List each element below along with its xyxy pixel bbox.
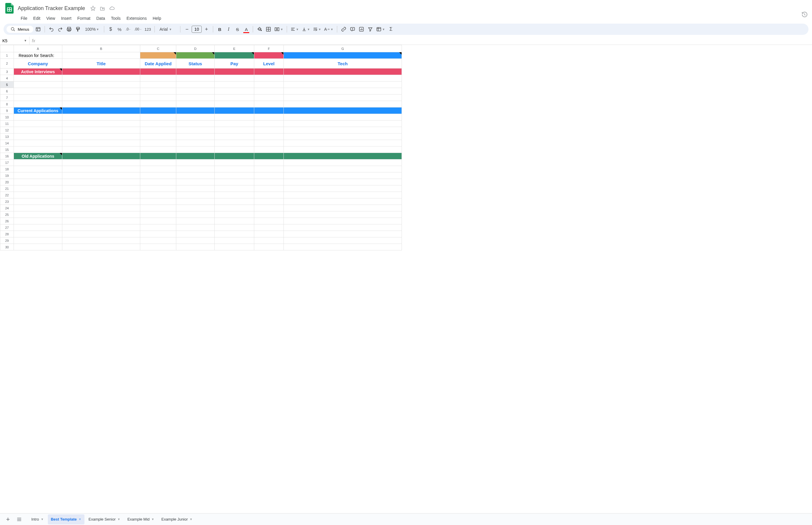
col-header-F[interactable]: F [254, 45, 284, 52]
cell-B28[interactable] [62, 231, 140, 237]
cell-G11[interactable] [284, 120, 402, 127]
cell-B24[interactable] [62, 205, 140, 211]
cell-C9[interactable] [140, 107, 176, 114]
cell-F13[interactable] [254, 133, 284, 140]
cloud-status-icon[interactable] [109, 5, 115, 11]
cell-G3[interactable] [284, 69, 402, 75]
cell-D9[interactable] [176, 107, 215, 114]
cell-E13[interactable] [215, 133, 254, 140]
cell-E7[interactable] [215, 94, 254, 101]
cell-A19[interactable] [14, 172, 62, 179]
cell-E3[interactable] [215, 69, 254, 75]
cell-F23[interactable] [254, 198, 284, 205]
document-title[interactable]: Application Tracker Example [18, 5, 85, 12]
cell-A25[interactable] [14, 211, 62, 218]
cell-C29[interactable] [140, 237, 176, 244]
cell-F8[interactable] [254, 101, 284, 107]
cell-A16[interactable]: Old Applications [14, 153, 62, 160]
cell-A11[interactable] [14, 120, 62, 127]
cell-F18[interactable] [254, 166, 284, 172]
row-header-2[interactable]: 2 [0, 59, 14, 69]
col-header-G[interactable]: G [284, 45, 402, 52]
row-header-23[interactable]: 23 [0, 198, 14, 205]
cell-E15[interactable] [215, 147, 254, 153]
cell-F19[interactable] [254, 172, 284, 179]
cell-F3[interactable] [254, 69, 284, 75]
sheets-sidebar-toggle-icon[interactable] [34, 25, 42, 34]
cell-E27[interactable] [215, 224, 254, 231]
cell-D6[interactable] [176, 88, 215, 94]
cell-A24[interactable] [14, 205, 62, 211]
menu-edit[interactable]: Edit [31, 15, 43, 22]
cell-A29[interactable] [14, 237, 62, 244]
cell-A4[interactable] [14, 75, 62, 81]
cell-D1[interactable] [176, 52, 215, 59]
cell-E29[interactable] [215, 237, 254, 244]
paint-format-icon[interactable] [74, 25, 82, 34]
cell-F25[interactable] [254, 211, 284, 218]
increase-font-icon[interactable]: + [202, 25, 211, 34]
cell-F2[interactable]: Level [254, 59, 284, 69]
cell-D16[interactable] [176, 153, 215, 160]
italic-icon[interactable]: I [224, 25, 233, 34]
cell-F14[interactable] [254, 140, 284, 147]
cell-E23[interactable] [215, 198, 254, 205]
cell-A10[interactable] [14, 114, 62, 120]
redo-icon[interactable] [56, 25, 64, 34]
cell-C8[interactable] [140, 101, 176, 107]
cell-D13[interactable] [176, 133, 215, 140]
star-icon[interactable] [90, 5, 96, 11]
cell-E4[interactable] [215, 75, 254, 81]
cell-B1[interactable] [62, 52, 140, 59]
cell-G23[interactable] [284, 198, 402, 205]
cell-A7[interactable] [14, 94, 62, 101]
cell-D30[interactable] [176, 244, 215, 250]
spreadsheet-grid[interactable]: ABCDEFG1Reason for Search:2CompanyTitleD… [0, 45, 402, 250]
cell-A27[interactable] [14, 224, 62, 231]
name-box[interactable]: K5▼ [0, 36, 30, 45]
row-header-10[interactable]: 10 [0, 114, 14, 120]
cell-E8[interactable] [215, 101, 254, 107]
row-header-7[interactable]: 7 [0, 94, 14, 101]
menu-insert[interactable]: Insert [59, 15, 74, 22]
table-view-icon[interactable]: ▼ [375, 25, 386, 34]
cell-F11[interactable] [254, 120, 284, 127]
cell-F27[interactable] [254, 224, 284, 231]
cell-G18[interactable] [284, 166, 402, 172]
cell-A17[interactable] [14, 160, 62, 166]
cell-E26[interactable] [215, 218, 254, 224]
cell-A18[interactable] [14, 166, 62, 172]
row-header-1[interactable]: 1 [0, 52, 14, 59]
cell-A1[interactable]: Reason for Search: [14, 52, 62, 59]
cell-C11[interactable] [140, 120, 176, 127]
row-header-3[interactable]: 3 [0, 69, 14, 75]
text-color-icon[interactable]: A [242, 25, 251, 34]
cell-F22[interactable] [254, 192, 284, 198]
cell-B25[interactable] [62, 211, 140, 218]
cell-C16[interactable] [140, 153, 176, 160]
cell-A26[interactable] [14, 218, 62, 224]
cell-G13[interactable] [284, 133, 402, 140]
cell-A21[interactable] [14, 185, 62, 192]
decrease-font-icon[interactable]: − [183, 25, 191, 34]
cell-D26[interactable] [176, 218, 215, 224]
row-header-22[interactable]: 22 [0, 192, 14, 198]
cell-C7[interactable] [140, 94, 176, 101]
cell-F5[interactable] [254, 81, 284, 88]
cell-B10[interactable] [62, 114, 140, 120]
cell-E18[interactable] [215, 166, 254, 172]
cell-B30[interactable] [62, 244, 140, 250]
cell-C1[interactable] [140, 52, 176, 59]
menu-format[interactable]: Format [75, 15, 93, 22]
cell-E24[interactable] [215, 205, 254, 211]
bold-icon[interactable]: B [215, 25, 224, 34]
cell-G16[interactable] [284, 153, 402, 160]
cell-E30[interactable] [215, 244, 254, 250]
cell-C22[interactable] [140, 192, 176, 198]
cell-B2[interactable]: Title [62, 59, 140, 69]
row-header-27[interactable]: 27 [0, 224, 14, 231]
filter-icon[interactable] [366, 25, 374, 34]
cell-C15[interactable] [140, 147, 176, 153]
cell-E16[interactable] [215, 153, 254, 160]
cell-D7[interactable] [176, 94, 215, 101]
